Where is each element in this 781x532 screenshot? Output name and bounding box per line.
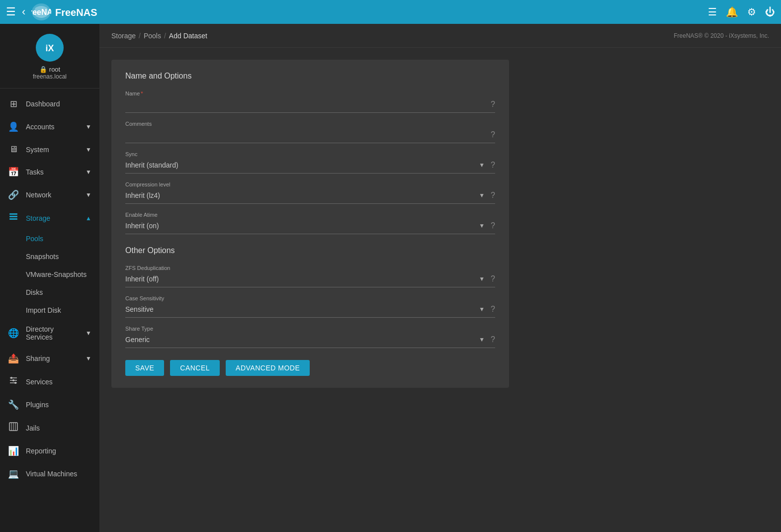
atime-help-icon[interactable]: ? bbox=[491, 221, 495, 230]
sidebar-item-label: Reporting bbox=[26, 447, 91, 455]
settings-icon[interactable]: ⚙ bbox=[747, 6, 756, 18]
compression-help-icon[interactable]: ? bbox=[491, 191, 495, 200]
alerts-icon[interactable]: 🔔 bbox=[726, 6, 738, 18]
tasks-icon[interactable]: ☰ bbox=[708, 6, 717, 18]
cancel-button[interactable]: CANCEL bbox=[170, 360, 220, 376]
breadcrumb-storage[interactable]: Storage bbox=[111, 32, 136, 40]
dashboard-icon: ⊞ bbox=[8, 98, 19, 109]
comments-help-icon[interactable]: ? bbox=[491, 130, 495, 139]
dedup-select[interactable]: Inherit (off) on off verify bbox=[125, 273, 479, 285]
compression-dropdown-arrow-icon: ▼ bbox=[479, 192, 485, 199]
sync-select[interactable]: Inherit (standard) Standard Always Disab… bbox=[125, 159, 479, 171]
sidebar-item-dashboard[interactable]: ⊞ Dashboard bbox=[0, 92, 99, 115]
logo: FreeNAS FreeNAS bbox=[31, 3, 110, 21]
sidebar-item-snapshots[interactable]: Snapshots bbox=[0, 248, 99, 266]
compression-select[interactable]: Inherit (lz4) off lz4 gzip bbox=[125, 189, 479, 201]
sidebar-item-virtual-machines[interactable]: 💻 Virtual Machines bbox=[0, 462, 99, 485]
dedup-help-icon[interactable]: ? bbox=[491, 274, 495, 283]
svg-text:iX: iX bbox=[45, 43, 54, 53]
power-icon[interactable]: ⏻ bbox=[765, 6, 775, 18]
sidebar-item-directory-services[interactable]: 🌐 Directory Services ▼ bbox=[0, 319, 99, 347]
sync-help-icon[interactable]: ? bbox=[491, 161, 495, 170]
name-label: Name* bbox=[125, 90, 495, 96]
expand-icon: ▼ bbox=[86, 146, 91, 153]
sidebar-item-plugins[interactable]: 🔧 Plugins bbox=[0, 393, 99, 416]
sidebar-item-label: Storage bbox=[26, 214, 79, 222]
sidebar-item-network[interactable]: 🔗 Network ▼ bbox=[0, 183, 99, 206]
case-sensitivity-help-icon[interactable]: ? bbox=[491, 305, 495, 314]
freenas-text-logo: FreeNAS bbox=[55, 5, 110, 19]
name-input[interactable] bbox=[125, 98, 487, 110]
share-type-help-icon[interactable]: ? bbox=[491, 335, 495, 344]
sidebar-item-label: Tasks bbox=[26, 168, 79, 176]
breadcrumb-separator: / bbox=[139, 32, 141, 40]
name-help-icon[interactable]: ? bbox=[491, 100, 495, 109]
sidebar-item-accounts[interactable]: 👤 Accounts ▼ bbox=[0, 115, 99, 138]
freenas-logo-icon: FreeNAS bbox=[31, 3, 51, 21]
advanced-mode-button[interactable]: ADVANCED MODE bbox=[226, 360, 310, 376]
case-sensitivity-select[interactable]: Sensitive Insensitive Mixed bbox=[125, 303, 479, 315]
system-icon: 🖥 bbox=[8, 144, 19, 155]
sidebar-item-label: Accounts bbox=[26, 123, 79, 131]
sidebar-item-tasks[interactable]: 📅 Tasks ▼ bbox=[0, 161, 99, 183]
tasks-nav-icon: 📅 bbox=[8, 167, 19, 177]
breadcrumb-pools[interactable]: Pools bbox=[144, 32, 161, 40]
sidebar-item-storage[interactable]: Storage ▲ bbox=[0, 206, 99, 230]
save-button[interactable]: SAVE bbox=[125, 360, 164, 376]
svg-point-12 bbox=[12, 379, 14, 381]
sidebar-item-system[interactable]: 🖥 System ▼ bbox=[0, 138, 99, 161]
main-layout: iX 🔒 root freenas.local ⊞ Dashboard 👤 Ac… bbox=[0, 24, 781, 532]
comments-input[interactable] bbox=[125, 129, 487, 141]
reporting-icon: 📊 bbox=[8, 445, 19, 456]
vm-icon: 💻 bbox=[8, 468, 19, 479]
sidebar-item-label: Services bbox=[26, 378, 91, 386]
sidebar-nav: ⊞ Dashboard 👤 Accounts ▼ 🖥 System ▼ 📅 Ta… bbox=[0, 89, 99, 532]
sidebar-item-services[interactable]: Services bbox=[0, 370, 99, 393]
sidebar-item-label: Sharing bbox=[26, 355, 79, 362]
atime-field-row: Enable Atime Inherit (on) on off ▼ ? bbox=[125, 212, 495, 234]
sidebar-item-sharing[interactable]: 📤 Sharing ▼ bbox=[0, 347, 99, 370]
content-area: Storage / Pools / Add Dataset FreeNAS® ©… bbox=[99, 24, 781, 532]
atime-select[interactable]: Inherit (on) on off bbox=[125, 220, 479, 232]
comments-label: Comments bbox=[125, 121, 495, 127]
compression-field-row: Compression level Inherit (lz4) off lz4 … bbox=[125, 181, 495, 204]
case-sensitivity-label: Case Sensitivity bbox=[125, 295, 495, 301]
jails-icon bbox=[8, 422, 19, 434]
atime-select-wrapper: Inherit (on) on off ▼ ? bbox=[125, 220, 495, 234]
sidebar-item-label: Dashboard bbox=[26, 100, 91, 108]
hamburger-menu-icon[interactable]: ☰ bbox=[6, 5, 16, 18]
network-icon: 🔗 bbox=[8, 189, 19, 200]
sub-item-label: VMware-Snapshots bbox=[26, 270, 87, 278]
dedup-field-row: ZFS Deduplication Inherit (off) on off v… bbox=[125, 265, 495, 287]
dedup-dropdown-arrow-icon: ▼ bbox=[479, 275, 485, 282]
sidebar-item-reporting[interactable]: 📊 Reporting bbox=[0, 440, 99, 462]
topbar-left: ☰ ‹ FreeNAS FreeNAS bbox=[6, 3, 110, 21]
name-input-wrapper: ? bbox=[125, 98, 495, 113]
case-sensitivity-field-row: Case Sensitivity Sensitive Insensitive M… bbox=[125, 295, 495, 318]
atime-label: Enable Atime bbox=[125, 212, 495, 218]
sidebar-item-jails[interactable]: Jails bbox=[0, 416, 99, 440]
compression-label: Compression level bbox=[125, 181, 495, 187]
sidebar-item-disks[interactable]: Disks bbox=[0, 283, 99, 301]
expand-icon: ▼ bbox=[86, 191, 91, 198]
name-field-row: Name* ? bbox=[125, 90, 495, 113]
sidebar-item-label: System bbox=[26, 146, 79, 154]
directory-services-icon: 🌐 bbox=[8, 328, 19, 339]
button-row: SAVE CANCEL ADVANCED MODE bbox=[125, 360, 495, 376]
compression-select-wrapper: Inherit (lz4) off lz4 gzip ▼ ? bbox=[125, 189, 495, 204]
sidebar-item-vmware-snapshots[interactable]: VMware-Snapshots bbox=[0, 266, 99, 283]
sync-label: Sync bbox=[125, 151, 495, 157]
svg-rect-6 bbox=[9, 216, 17, 217]
sidebar-item-import-disk[interactable]: Import Disk bbox=[0, 301, 99, 319]
sidebar-item-label: Plugins bbox=[26, 401, 91, 409]
sidebar-item-label: Network bbox=[26, 191, 79, 199]
dedup-select-wrapper: Inherit (off) on off verify ▼ ? bbox=[125, 273, 495, 287]
share-type-select[interactable]: Generic SMB bbox=[125, 334, 479, 346]
lock-icon: 🔒 bbox=[39, 66, 47, 73]
sync-field-row: Sync Inherit (standard) Standard Always … bbox=[125, 151, 495, 174]
sub-item-label: Import Disk bbox=[26, 306, 61, 314]
accounts-icon: 👤 bbox=[8, 121, 19, 132]
breadcrumb-bar: Storage / Pools / Add Dataset FreeNAS® ©… bbox=[99, 24, 781, 48]
chevron-left-icon[interactable]: ‹ bbox=[22, 5, 25, 18]
sidebar-item-pools[interactable]: Pools bbox=[0, 230, 99, 248]
